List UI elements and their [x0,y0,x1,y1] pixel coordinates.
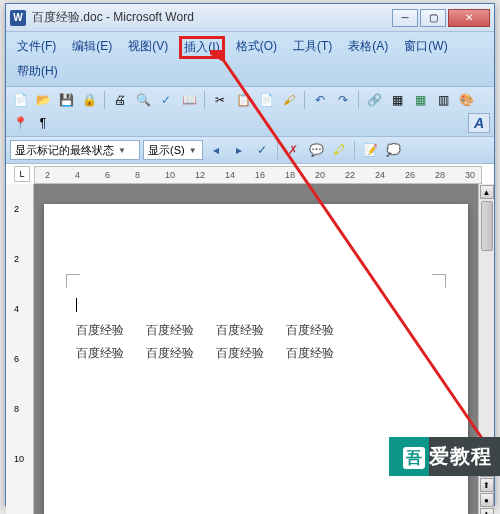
text-cell[interactable]: 百度经验 [146,322,194,339]
next-change-icon[interactable]: ▸ [229,140,249,160]
undo-icon[interactable]: ↶ [310,90,330,110]
ruler-mark: 24 [375,170,385,180]
menu-file[interactable]: 文件(F) [12,36,61,59]
menu-format[interactable]: 格式(O) [231,36,282,59]
ruler-mark: 30 [465,170,475,180]
paste-icon[interactable]: 📄 [256,90,276,110]
text-cell[interactable]: 百度经验 [216,322,264,339]
research-icon[interactable]: 📖 [179,90,199,110]
ruler-mark: 4 [75,170,80,180]
separator [354,141,355,159]
watermark-text: 爱教程 [429,445,492,467]
track-icon[interactable]: 📝 [360,140,380,160]
ruler-mark: 2 [45,170,50,180]
new-icon[interactable]: 📄 [10,90,30,110]
maximize-button[interactable]: ▢ [420,9,446,27]
map-icon[interactable]: 📍 [10,113,30,133]
comment-icon[interactable]: 💬 [306,140,326,160]
text-cursor [76,298,77,312]
ruler-mark: 6 [105,170,110,180]
app-icon: W [10,10,26,26]
show-label: 显示(S) [148,143,185,158]
margin-corner-tl [66,274,80,288]
menu-table[interactable]: 表格(A) [343,36,393,59]
margin-corner-tr [432,274,446,288]
redo-icon[interactable]: ↷ [333,90,353,110]
drawing-icon[interactable]: 🎨 [456,90,476,110]
ruler-mark: 12 [195,170,205,180]
horizontal-ruler[interactable]: 2 4 6 8 10 12 14 16 18 20 22 24 26 28 30 [34,166,482,184]
text-cell[interactable]: 百度经验 [286,322,334,339]
separator [204,91,205,109]
vertical-ruler[interactable]: 2 2 4 6 8 10 [6,184,34,514]
columns-icon[interactable]: ▥ [433,90,453,110]
menu-tools[interactable]: 工具(T) [288,36,337,59]
font-color-a[interactable]: A [468,113,490,133]
chevron-down-icon: ▼ [118,146,126,155]
excel-icon[interactable]: ▦ [410,90,430,110]
balloon-icon[interactable]: 💭 [383,140,403,160]
minimize-button[interactable]: ─ [392,9,418,27]
text-row: 百度经验 百度经验 百度经验 百度经验 [76,322,436,339]
ruler-area: L 2 4 6 8 10 12 14 16 18 20 22 24 26 28 … [6,164,494,184]
vruler-mark: 4 [14,304,19,314]
text-cell[interactable]: 百度经验 [286,345,334,362]
titlebar: W 百度经验.doc - Microsoft Word ─ ▢ ✕ [6,4,494,32]
ruler-mark: 10 [165,170,175,180]
print-icon[interactable]: 🖨 [110,90,130,110]
text-cell[interactable]: 百度经验 [76,322,124,339]
format-painter-icon[interactable]: 🖌 [279,90,299,110]
spell-icon[interactable]: ✓ [156,90,176,110]
browse-object-icon[interactable]: ● [480,493,494,507]
vruler-mark: 10 [14,454,24,464]
accept-icon[interactable]: ✓ [252,140,272,160]
reviewing-toolbar: 显示标记的最终状态 ▼ 显示(S) ▼ ◂ ▸ ✓ ✗ 💬 🖍 📝 💭 [6,137,494,164]
ruler-mark: 28 [435,170,445,180]
window-title: 百度经验.doc - Microsoft Word [32,9,392,26]
preview-icon[interactable]: 🔍 [133,90,153,110]
scroll-thumb[interactable] [481,201,493,251]
menu-window[interactable]: 窗口(W) [399,36,452,59]
markup-label: 显示标记的最终状态 [15,143,114,158]
permission-icon[interactable]: 🔒 [79,90,99,110]
next-page-icon[interactable]: ⬇ [480,508,494,514]
save-icon[interactable]: 💾 [56,90,76,110]
table-icon[interactable]: ▦ [387,90,407,110]
copy-icon[interactable]: 📋 [233,90,253,110]
ruler-mark: 22 [345,170,355,180]
separator [104,91,105,109]
text-cell[interactable]: 百度经验 [216,345,264,362]
separator [277,141,278,159]
text-cell[interactable]: 百度经验 [146,345,194,362]
vruler-mark: 2 [14,204,19,214]
close-button[interactable]: ✕ [448,9,490,27]
ruler-mark: 14 [225,170,235,180]
ruler-mark: 8 [135,170,140,180]
vruler-mark: 8 [14,404,19,414]
reject-icon[interactable]: ✗ [283,140,303,160]
hyperlink-icon[interactable]: 🔗 [364,90,384,110]
scroll-up-icon[interactable]: ▲ [480,185,494,199]
text-cell[interactable]: 百度经验 [76,345,124,362]
menu-view[interactable]: 视图(V) [123,36,173,59]
separator [304,91,305,109]
prev-page-icon[interactable]: ⬆ [480,478,494,492]
menu-insert[interactable]: 插入(I) [179,36,224,59]
prev-change-icon[interactable]: ◂ [206,140,226,160]
show-marks-icon[interactable]: ¶ [33,113,53,133]
markup-dropdown[interactable]: 显示标记的最终状态 ▼ [10,140,140,160]
separator [358,91,359,109]
menu-help[interactable]: 帮助(H) [12,61,63,82]
open-icon[interactable]: 📂 [33,90,53,110]
menu-edit[interactable]: 编辑(E) [67,36,117,59]
text-row: 百度经验 百度经验 百度经验 百度经验 [76,345,436,362]
cut-icon[interactable]: ✂ [210,90,230,110]
ruler-corner[interactable]: L [14,166,30,182]
app-window: W 百度经验.doc - Microsoft Word ─ ▢ ✕ 文件(F) … [5,3,495,506]
highlight-icon[interactable]: 🖍 [329,140,349,160]
menubar: 文件(F) 编辑(E) 视图(V) 插入(I) 格式(O) 工具(T) 表格(A… [6,32,494,87]
ruler-mark: 26 [405,170,415,180]
ruler-mark: 16 [255,170,265,180]
show-dropdown[interactable]: 显示(S) ▼ [143,140,203,160]
vruler-mark: 2 [14,254,19,264]
